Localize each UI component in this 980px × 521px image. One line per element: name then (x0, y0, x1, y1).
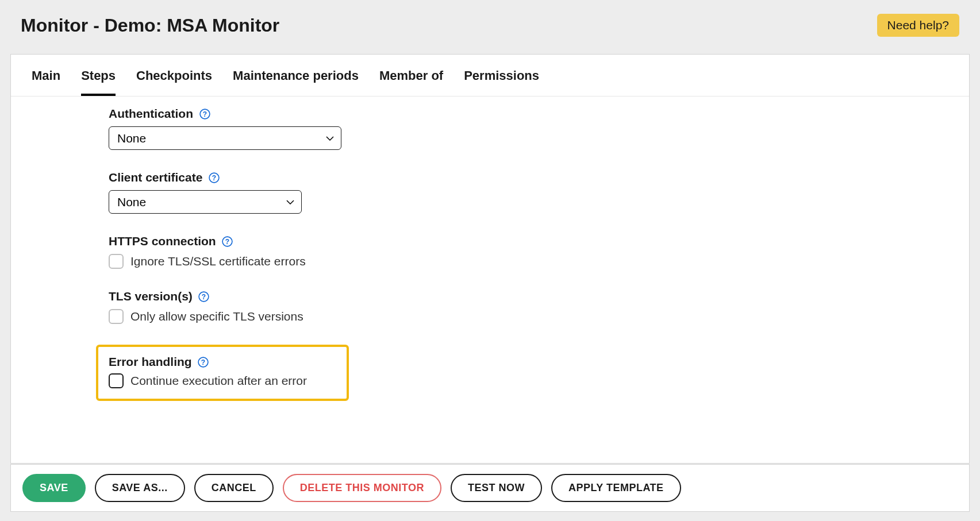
content-panel: Main Steps Checkpoints Maintenance perio… (10, 54, 970, 464)
tab-body: Authentication ? None Client certificate… (11, 97, 969, 424)
tab-permissions[interactable]: Permissions (464, 68, 539, 96)
authentication-select[interactable]: None (109, 126, 341, 150)
svg-text:?: ? (202, 110, 206, 118)
client-certificate-select[interactable]: None (109, 190, 302, 214)
save-as-button[interactable]: SAVE AS... (95, 474, 185, 502)
tls-versions-heading: TLS version(s) ? (109, 290, 948, 303)
ignore-tls-errors-checkbox[interactable] (109, 254, 124, 269)
test-now-button[interactable]: TEST NOW (451, 474, 542, 502)
page-header: Monitor - Demo: MSA Monitor Need help? (0, 0, 980, 51)
help-icon[interactable]: ? (199, 108, 210, 119)
authentication-label: Authentication (109, 107, 193, 121)
apply-template-button[interactable]: APPLY TEMPLATE (551, 474, 681, 502)
continue-after-error-label: Continue execution after an error (130, 374, 307, 388)
save-button[interactable]: SAVE (22, 474, 86, 502)
tab-steps[interactable]: Steps (81, 68, 116, 96)
help-icon[interactable]: ? (198, 291, 210, 302)
client-certificate-heading: Client certificate ? (109, 171, 948, 184)
https-connection-heading: HTTPS connection ? (109, 234, 948, 248)
allow-specific-tls-checkbox[interactable] (109, 309, 124, 324)
delete-monitor-button[interactable]: DELETE THIS MONITOR (283, 474, 441, 502)
tls-versions-label: TLS version(s) (109, 290, 193, 303)
error-handling-check-row: Continue execution after an error (109, 373, 333, 388)
footer-bar: SAVE SAVE AS... CANCEL DELETE THIS MONIT… (10, 464, 970, 512)
need-help-button[interactable]: Need help? (877, 14, 959, 37)
error-handling-label: Error handling (109, 355, 192, 369)
help-icon[interactable]: ? (198, 356, 209, 368)
error-handling-highlight: Error handling ? Continue execution afte… (96, 345, 349, 401)
help-icon[interactable]: ? (208, 172, 220, 183)
page-title: Monitor - Demo: MSA Monitor (21, 15, 279, 36)
tab-checkpoints[interactable]: Checkpoints (136, 68, 212, 96)
field-authentication: Authentication ? None (109, 107, 948, 150)
https-connection-label: HTTPS connection (109, 234, 216, 248)
ignore-tls-errors-label: Ignore TLS/SSL certificate errors (130, 254, 306, 268)
svg-text:?: ? (212, 174, 216, 182)
https-connection-check-row: Ignore TLS/SSL certificate errors (109, 254, 948, 269)
error-handling-heading: Error handling ? (109, 355, 333, 369)
svg-text:?: ? (201, 358, 205, 366)
help-icon[interactable]: ? (222, 236, 233, 247)
field-client-certificate: Client certificate ? None (109, 171, 948, 214)
tab-member-of[interactable]: Member of (379, 68, 443, 96)
client-certificate-label: Client certificate (109, 171, 202, 184)
allow-specific-tls-label: Only allow specific TLS versions (130, 310, 303, 323)
tls-versions-check-row: Only allow specific TLS versions (109, 309, 948, 324)
field-tls-versions: TLS version(s) ? Only allow specific TLS… (109, 290, 948, 324)
cancel-button[interactable]: CANCEL (194, 474, 274, 502)
field-https-connection: HTTPS connection ? Ignore TLS/SSL certif… (109, 234, 948, 269)
tab-main[interactable]: Main (32, 68, 60, 96)
authentication-heading: Authentication ? (109, 107, 948, 121)
svg-text:?: ? (202, 293, 206, 301)
continue-after-error-checkbox[interactable] (109, 373, 124, 388)
svg-text:?: ? (225, 238, 229, 246)
tab-maintenance-periods[interactable]: Maintenance periods (233, 68, 359, 96)
tabs-bar: Main Steps Checkpoints Maintenance perio… (11, 55, 969, 97)
